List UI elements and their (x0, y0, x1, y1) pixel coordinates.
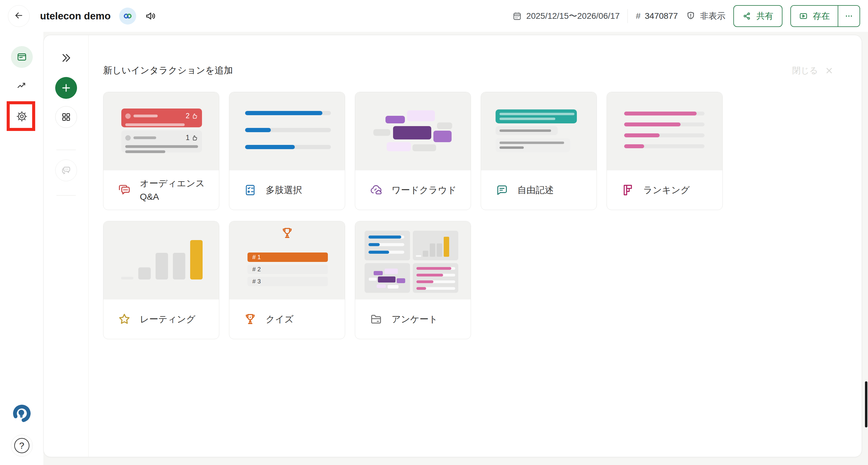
close-control[interactable]: 閉じる (792, 65, 834, 76)
more-options-button[interactable] (838, 6, 860, 26)
event-title: utelecon demo (40, 10, 111, 22)
tile-ranking[interactable]: ランキング (607, 92, 723, 210)
templates-button[interactable] (55, 106, 77, 128)
trophy-icon (280, 226, 294, 240)
question-mark-icon: ? (14, 438, 29, 453)
cloud-icon (369, 183, 383, 197)
add-interaction-button[interactable] (55, 77, 77, 99)
leaderboard-row-2: # 2 (247, 265, 328, 274)
tile-survey[interactable]: アンケート (355, 221, 471, 339)
opentext-thumbnail (481, 92, 596, 170)
quiz-thumbnail: # 1 # 2 # 3 (229, 221, 345, 299)
grid-icon (61, 112, 71, 122)
hash-icon: # (636, 11, 641, 21)
poll-card-icon (16, 51, 28, 63)
rail-item-analytics[interactable] (11, 75, 33, 97)
share-button[interactable]: 共有 (733, 5, 782, 27)
trophy-icon (243, 312, 257, 326)
present-button[interactable]: 存在 (791, 6, 838, 26)
qa-bubbles-icon (117, 183, 131, 197)
thumbs-up-icon (191, 135, 198, 141)
share-icon (742, 11, 751, 21)
tile-label: アンケート (392, 312, 438, 326)
leaderboard-row-1: # 1 (247, 253, 328, 262)
back-button[interactable] (8, 5, 30, 27)
interaction-type-grid: 2 1 (103, 92, 847, 339)
present-label: 存在 (813, 10, 830, 22)
rating-thumbnail (103, 221, 219, 299)
ranking-steps-icon (621, 183, 635, 197)
checklist-icon (243, 183, 257, 197)
qa-thumbnail: 2 1 (103, 92, 219, 170)
tile-label: 自由記述 (518, 184, 554, 197)
add-interaction-panel: 新しいインタラクションを追加 閉じる 2 (88, 35, 862, 457)
tile-quiz[interactable]: # 1 # 2 # 3 クイズ (229, 221, 345, 339)
date-range-text: 2025/12/15〜2026/06/17 (526, 10, 620, 22)
tile-rating[interactable]: レーティング (103, 221, 219, 339)
panel-title: 新しいインタラクションを追加 (103, 64, 233, 77)
qa-top-votes: 2 (186, 112, 190, 120)
help-button[interactable]: ? (11, 435, 33, 457)
trend-arrow-icon (16, 80, 28, 92)
wordcloud-thumbnail (355, 92, 471, 170)
close-label: 閉じる (792, 65, 818, 76)
arrow-left-icon (14, 10, 24, 22)
survey-thumbnail (355, 221, 471, 299)
left-rail: ? (0, 32, 43, 465)
present-split-button: 存在 (790, 5, 860, 27)
rail-item-settings[interactable] (11, 105, 33, 127)
privacy-status[interactable]: 非表示 (686, 10, 725, 22)
tile-label: 多肢選択 (266, 184, 302, 197)
rail-bottom: ? (11, 403, 33, 457)
top-bar: utelecon demo 20 (0, 0, 868, 32)
announcement-speaker-icon[interactable] (145, 10, 157, 22)
tile-word-cloud[interactable]: ワードクラウド (355, 92, 471, 210)
tips-lightbulb-logo[interactable] (11, 403, 32, 424)
tile-audience-qa[interactable]: 2 1 (103, 92, 219, 210)
tool-column (44, 35, 88, 457)
webex-logo-icon[interactable] (119, 8, 136, 25)
share-label: 共有 (756, 10, 773, 22)
tile-open-text[interactable]: 自由記述 (481, 92, 597, 210)
panel-header: 新しいインタラクションを追加 閉じる (103, 64, 847, 77)
scrollbar-thumb[interactable] (865, 381, 867, 427)
shield-exclamation-icon (686, 11, 696, 21)
chat-button-disabled[interactable] (55, 160, 77, 181)
tile-label: クイズ (266, 312, 293, 326)
tile-multiple-choice[interactable]: 多肢選択 (229, 92, 345, 210)
star-icon (117, 312, 131, 326)
rail-item-interactions[interactable] (11, 46, 33, 68)
folder-icon (369, 312, 383, 326)
column-divider (56, 150, 76, 150)
main-card: 新しいインタラクションを追加 閉じる 2 (43, 35, 862, 457)
double-chevron-right-icon (60, 52, 72, 64)
header-right: 2025/12/15〜2026/06/17 # 3470877 非表示 (512, 5, 860, 27)
column-divider (56, 195, 76, 196)
tile-label: オーディエンス Q&A (140, 177, 214, 203)
chat-bubbles-icon (61, 165, 71, 175)
tile-label: レーティング (140, 312, 196, 326)
tile-label: ランキング (643, 184, 690, 197)
calendar-icon (512, 11, 522, 21)
close-icon (825, 66, 834, 75)
comment-icon (495, 183, 509, 197)
tile-label: ワードクラウド (392, 184, 457, 197)
event-dates: 2025/12/15〜2026/06/17 (512, 10, 620, 22)
event-code-number: 3470877 (645, 11, 678, 21)
privacy-label: 非表示 (700, 10, 725, 22)
leaderboard-row-3: # 3 (247, 277, 328, 286)
thumbs-up-icon (191, 113, 198, 120)
event-code: # 3470877 (636, 11, 678, 21)
gear-icon (16, 110, 28, 123)
header-divider (627, 9, 628, 23)
poll-thumbnail (229, 92, 345, 170)
present-play-icon (799, 11, 808, 21)
ranking-thumbnail (607, 92, 722, 170)
collapse-panel-button[interactable] (60, 52, 72, 64)
qa-second-votes: 1 (186, 134, 190, 142)
plus-icon (60, 82, 72, 94)
header-left: utelecon demo (8, 5, 157, 27)
ellipsis-icon (844, 11, 854, 21)
